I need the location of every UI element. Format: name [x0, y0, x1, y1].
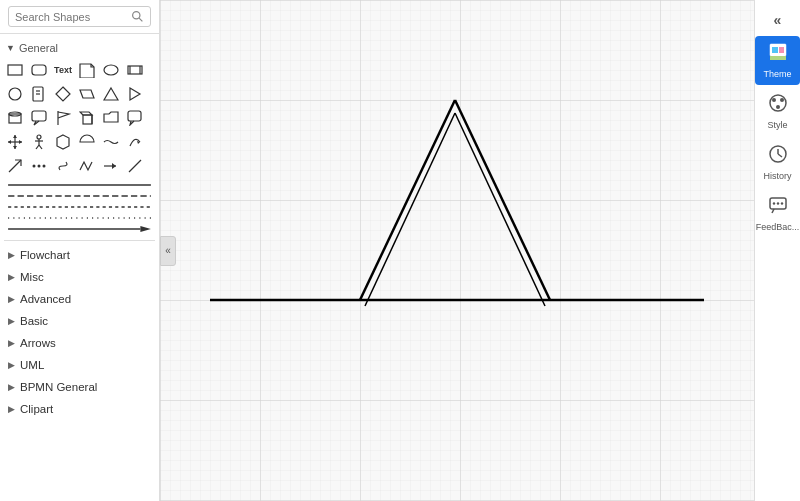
shape-speech-bubble[interactable] — [124, 107, 146, 129]
svg-line-34 — [39, 145, 42, 149]
right-collapse-button[interactable]: « — [755, 8, 800, 36]
shape-half-circle[interactable] — [76, 131, 98, 153]
svg-rect-3 — [32, 65, 46, 75]
shape-rounded-rect[interactable] — [28, 59, 50, 81]
shape-cube[interactable] — [76, 107, 98, 129]
line-solid[interactable] — [6, 181, 153, 189]
text-label: Text — [54, 65, 72, 75]
svg-point-69 — [780, 202, 782, 204]
basic-label: Basic — [20, 315, 48, 327]
flowchart-arrow-icon: ▶ — [8, 250, 15, 260]
style-panel-item[interactable]: Style — [755, 87, 800, 136]
divider-general — [4, 240, 155, 241]
nav-clipart[interactable]: ▶ Clipart — [0, 398, 159, 420]
shape-wave[interactable] — [100, 131, 122, 153]
svg-rect-20 — [83, 115, 92, 124]
shape-parallelogram[interactable] — [76, 83, 98, 105]
nav-bpmn[interactable]: ▶ BPMN General — [0, 376, 159, 398]
svg-point-38 — [38, 165, 41, 168]
shape-arrow-right[interactable] — [100, 155, 122, 177]
shape-cylinder[interactable] — [4, 107, 26, 129]
right-panel: « Theme Style — [754, 0, 800, 501]
line-dotted[interactable] — [6, 214, 153, 222]
feedback-panel-item[interactable]: FeedBac... — [755, 189, 800, 238]
nav-misc[interactable]: ▶ Misc — [0, 266, 159, 288]
general-label: General — [19, 42, 58, 54]
right-collapse-icon: « — [774, 12, 782, 28]
shape-person[interactable] — [28, 131, 50, 153]
shape-diamond[interactable] — [52, 83, 74, 105]
feedback-label: FeedBac... — [756, 222, 800, 232]
svg-marker-29 — [19, 140, 22, 144]
svg-line-1 — [139, 18, 142, 21]
line-samples — [4, 179, 155, 235]
nav-arrows[interactable]: ▶ Arrows — [0, 332, 159, 354]
canvas[interactable] — [160, 0, 754, 501]
shape-zigzag[interactable] — [76, 155, 98, 177]
svg-point-30 — [37, 135, 41, 139]
shape-triangle[interactable] — [100, 83, 122, 105]
shape-file[interactable] — [28, 83, 50, 105]
svg-marker-26 — [13, 135, 17, 138]
advanced-arrow-icon: ▶ — [8, 294, 15, 304]
shape-dots[interactable] — [28, 155, 50, 177]
style-icon — [768, 93, 788, 118]
general-section: ▼ General Text — [0, 34, 159, 237]
nav-flowchart[interactable]: ▶ Flowchart — [0, 244, 159, 266]
shape-slash[interactable] — [124, 155, 146, 177]
uml-arrow-icon: ▶ — [8, 360, 15, 370]
shape-callout[interactable] — [28, 107, 50, 129]
general-arrow-icon: ▼ — [6, 43, 15, 53]
general-section-label[interactable]: ▼ General — [4, 38, 155, 57]
shape-rectangle[interactable] — [4, 59, 26, 81]
shape-curved-arrow[interactable] — [124, 131, 146, 153]
sidebar-collapse-button[interactable]: « — [160, 236, 176, 266]
svg-rect-23 — [128, 111, 141, 121]
svg-point-68 — [776, 202, 778, 204]
misc-arrow-icon: ▶ — [8, 272, 15, 282]
shape-s-arrow[interactable] — [52, 155, 74, 177]
shape-text[interactable]: Text — [52, 59, 74, 81]
svg-line-65 — [778, 154, 782, 157]
shape-play[interactable] — [124, 83, 146, 105]
arrows-label: Arrows — [20, 337, 56, 349]
shape-arrows-cross[interactable] — [4, 131, 26, 153]
line-dashed1[interactable] — [6, 192, 153, 200]
history-panel-item[interactable]: History — [755, 138, 800, 187]
line-arrow[interactable] — [6, 225, 153, 233]
shape-circle[interactable] — [4, 83, 26, 105]
feedback-icon — [768, 195, 788, 220]
shape-hexagon[interactable] — [52, 131, 74, 153]
svg-point-67 — [772, 202, 774, 204]
nav-uml[interactable]: ▶ UML — [0, 354, 159, 376]
svg-marker-35 — [57, 135, 69, 149]
svg-point-39 — [43, 165, 46, 168]
shape-cross-arrow[interactable] — [4, 155, 26, 177]
svg-point-4 — [104, 65, 118, 75]
shape-process[interactable] — [124, 59, 146, 81]
svg-rect-2 — [8, 65, 22, 75]
svg-marker-13 — [80, 90, 94, 98]
svg-marker-21 — [80, 112, 92, 115]
flowchart-label: Flowchart — [20, 249, 70, 261]
theme-icon — [768, 42, 788, 67]
theme-panel-item[interactable]: Theme — [755, 36, 800, 85]
svg-marker-14 — [104, 88, 118, 100]
search-bar — [0, 0, 159, 34]
svg-point-0 — [133, 12, 140, 19]
search-input[interactable] — [15, 11, 131, 23]
shape-folder[interactable] — [100, 107, 122, 129]
shape-note[interactable] — [76, 59, 98, 81]
shape-ellipse[interactable] — [100, 59, 122, 81]
uml-label: UML — [20, 359, 44, 371]
svg-point-37 — [33, 165, 36, 168]
nav-advanced[interactable]: ▶ Advanced — [0, 288, 159, 310]
svg-marker-27 — [13, 146, 17, 149]
shape-flag[interactable] — [52, 107, 74, 129]
svg-point-61 — [780, 98, 784, 102]
line-dashed2[interactable] — [6, 203, 153, 211]
advanced-label: Advanced — [20, 293, 71, 305]
nav-basic[interactable]: ▶ Basic — [0, 310, 159, 332]
clipart-label: Clipart — [20, 403, 53, 415]
svg-marker-15 — [130, 88, 140, 100]
